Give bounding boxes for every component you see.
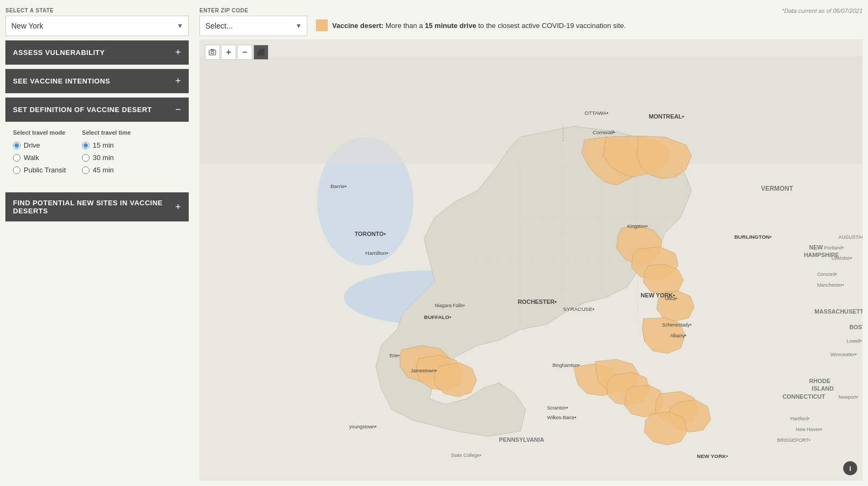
legend-box: Vaccine desert: More than a 15 minute dr… xyxy=(316,19,626,31)
svg-text:RHODE: RHODE xyxy=(809,378,830,384)
svg-text:ROCHESTER•: ROCHESTER• xyxy=(518,298,556,305)
svg-text:Binghamton•: Binghamton• xyxy=(553,363,580,368)
svg-text:BUFFALO•: BUFFALO• xyxy=(424,314,452,320)
svg-text:BURLINGTON•: BURLINGTON• xyxy=(734,234,772,240)
set-definition-header[interactable]: SET DEFINITION OF VACCINE DESERT − xyxy=(5,98,189,122)
set-definition-icon: − xyxy=(175,104,181,115)
zip-select-wrapper: Select... ▼ xyxy=(199,16,307,36)
svg-text:Lewiston•: Lewiston• xyxy=(831,256,852,261)
svg-text:NEW: NEW xyxy=(809,244,823,251)
svg-text:SYRACUSE•: SYRACUSE• xyxy=(563,306,595,312)
svg-text:BRIDGEPORT•: BRIDGEPORT• xyxy=(777,438,810,443)
30min-option[interactable]: 30 min xyxy=(82,154,131,162)
svg-text:Hamilton•: Hamilton• xyxy=(366,250,389,256)
30min-radio[interactable] xyxy=(82,154,89,162)
svg-text:State College•: State College• xyxy=(451,453,481,458)
svg-text:New Haven•: New Haven• xyxy=(796,427,822,432)
assess-vulnerability-icon: + xyxy=(175,47,181,58)
legend-bold: Vaccine desert: xyxy=(332,22,383,30)
public-transit-label: Public Transit xyxy=(24,166,66,174)
map-container[interactable]: + − ⬛ xyxy=(199,39,863,481)
45min-option[interactable]: 45 min xyxy=(82,166,131,174)
walk-option[interactable]: Walk xyxy=(13,154,66,162)
state-dropdown[interactable]: New York California Texas xyxy=(5,16,189,36)
travel-options: Select travel mode Drive Walk Public Tra… xyxy=(13,129,181,178)
find-potential-sites-section[interactable]: FIND POTENTIAL NEW SITES IN VACCINE DESE… xyxy=(5,192,189,221)
svg-text:Niagara Falls•: Niagara Falls• xyxy=(435,303,465,308)
drive-radio[interactable] xyxy=(13,142,20,149)
zip-dropdown[interactable]: Select... xyxy=(199,16,307,36)
svg-text:OTTAWA•: OTTAWA• xyxy=(584,110,609,116)
svg-text:PENNSYLVANIA: PENNSYLVANIA xyxy=(499,436,544,443)
svg-text:BOSTON: BOSTON xyxy=(849,324,863,330)
legend-description: More than a 15 minute drive to the close… xyxy=(385,22,626,30)
15min-option[interactable]: 15 min xyxy=(82,141,131,149)
svg-text:Barrie•: Barrie• xyxy=(330,183,347,189)
state-label: SELECT A STATE xyxy=(5,8,189,13)
set-definition-body: Select travel mode Drive Walk Public Tra… xyxy=(5,122,189,188)
see-vaccine-intentions-header[interactable]: SEE VACCINE INTENTIONS + xyxy=(5,69,189,93)
assess-vulnerability-section[interactable]: ASSESS VULNERABILITY + xyxy=(5,40,189,65)
svg-text:Jamestown•: Jamestown• xyxy=(411,368,437,373)
zip-selector-group: ENTER ZIP CODE Select... ▼ xyxy=(199,8,307,36)
legend-swatch xyxy=(316,19,328,31)
travel-mode-col: Select travel mode Drive Walk Public Tra… xyxy=(13,129,66,178)
svg-text:TORONTO•: TORONTO• xyxy=(355,231,386,237)
zoom-in-tool-button[interactable]: + xyxy=(221,45,236,60)
legend-text: Vaccine desert: More than a 15 minute dr… xyxy=(332,22,626,30)
svg-text:Manchester•: Manchester• xyxy=(817,282,844,288)
svg-text:MONTREAL•: MONTREAL• xyxy=(649,113,684,120)
45min-radio[interactable] xyxy=(82,166,89,174)
pan-tool-button[interactable]: ⬛ xyxy=(253,45,268,60)
travel-time-col: Select travel time 15 min 30 min 45 min xyxy=(82,129,131,178)
30min-label: 30 min xyxy=(93,154,114,162)
find-potential-sites-label: FIND POTENTIAL NEW SITES IN VACCINE DESE… xyxy=(13,199,175,215)
svg-text:Concord•: Concord• xyxy=(817,272,837,277)
svg-text:Hartford•: Hartford• xyxy=(790,416,809,421)
find-potential-sites-icon: + xyxy=(175,202,181,213)
drive-label: Drive xyxy=(24,141,40,149)
public-transit-option[interactable]: Public Transit xyxy=(13,166,66,174)
svg-text:MASSACHUSETTS: MASSACHUSETTS xyxy=(815,308,863,315)
svg-text:Scranton•: Scranton• xyxy=(547,405,568,411)
legend-highlight: 15 minute drive xyxy=(425,22,476,30)
see-vaccine-intentions-section[interactable]: SEE VACCINE INTENTIONS + xyxy=(5,69,189,93)
map-info-button[interactable]: i xyxy=(843,461,857,475)
svg-text:AUGUSTA•: AUGUSTA• xyxy=(838,234,863,240)
svg-text:Erie•: Erie• xyxy=(389,353,399,358)
svg-text:NEW YORK•: NEW YORK• xyxy=(697,453,728,459)
public-transit-radio[interactable] xyxy=(13,166,20,174)
drive-option[interactable]: Drive xyxy=(13,141,66,149)
find-potential-sites-header[interactable]: FIND POTENTIAL NEW SITES IN VACCINE DESE… xyxy=(5,192,189,221)
see-vaccine-intentions-icon: + xyxy=(175,75,181,87)
set-definition-section[interactable]: SET DEFINITION OF VACCINE DESERT − Selec… xyxy=(5,98,189,188)
svg-text:VERMONT: VERMONT xyxy=(761,185,794,192)
camera-tool-button[interactable] xyxy=(205,45,220,60)
assess-vulnerability-label: ASSESS VULNERABILITY xyxy=(13,48,105,57)
info-icon: i xyxy=(849,464,851,473)
45min-label: 45 min xyxy=(93,166,114,174)
svg-text:Lowell•: Lowell• xyxy=(846,338,862,344)
15min-radio[interactable] xyxy=(82,142,89,149)
data-current-label: *Data current as of 06/07/2021 xyxy=(782,8,863,14)
svg-text:Albany•: Albany• xyxy=(670,333,686,338)
see-vaccine-intentions-label: SEE VACCINE INTENTIONS xyxy=(13,77,111,85)
zoom-out-tool-button[interactable]: − xyxy=(237,45,252,60)
svg-text:Portland•: Portland• xyxy=(824,245,844,251)
zip-label: ENTER ZIP CODE xyxy=(199,8,307,13)
travel-mode-label: Select travel mode xyxy=(13,129,66,136)
assess-vulnerability-header[interactable]: ASSESS VULNERABILITY + xyxy=(5,40,189,65)
svg-text:Newport•: Newport• xyxy=(838,394,858,400)
right-panel: ENTER ZIP CODE Select... ▼ Vaccine deser… xyxy=(194,0,868,486)
state-select-wrapper: New York California Texas ▼ xyxy=(5,16,189,36)
svg-text:Kingston•: Kingston• xyxy=(628,224,648,229)
15min-label: 15 min xyxy=(93,141,114,149)
map-toolbar: + − ⬛ xyxy=(205,45,268,60)
travel-time-label: Select travel time xyxy=(82,129,131,136)
set-definition-label: SET DEFINITION OF VACCINE DESERT xyxy=(13,106,152,114)
svg-text:Worcester•: Worcester• xyxy=(830,351,857,357)
left-panel: SELECT A STATE New York California Texas… xyxy=(0,0,194,486)
svg-rect-0 xyxy=(209,50,216,55)
map-svg: Cornwall• MONTREAL• OTTAWA• Barrie• Hami… xyxy=(199,39,863,481)
walk-radio[interactable] xyxy=(13,154,20,162)
